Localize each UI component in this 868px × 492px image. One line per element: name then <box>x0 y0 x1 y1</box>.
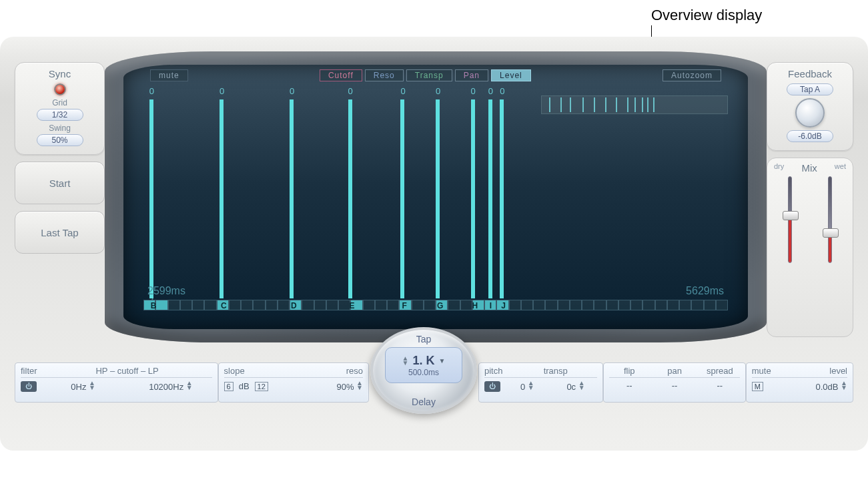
filter-lp-value[interactable]: 10200Hz ▲▼ <box>129 381 211 392</box>
tap-bar-E[interactable] <box>348 99 352 298</box>
grid-label: Grid <box>19 98 100 107</box>
display-tabs: mute Cutoff Reso Transp Pan Level Autozo… <box>150 69 721 82</box>
tap-bar-J[interactable] <box>500 99 504 298</box>
tab-cutoff[interactable]: Cutoff <box>320 69 362 81</box>
tap-value-F: 0 <box>400 86 405 96</box>
slope-label: slope <box>224 366 291 376</box>
tap-value-H: 0 <box>471 86 476 96</box>
start-button[interactable]: Start <box>15 162 105 204</box>
tap-letter-G[interactable]: G <box>437 301 443 310</box>
wet-slider[interactable] <box>828 176 832 263</box>
tap-bar-D[interactable] <box>290 99 294 298</box>
tap-area[interactable]: 000000000 <box>143 86 728 310</box>
tab-transp[interactable]: Transp <box>406 69 452 81</box>
slope-unit: dB <box>239 381 250 391</box>
tab-mute[interactable]: mute <box>150 69 188 81</box>
tap-letter-J[interactable]: J <box>501 301 506 310</box>
tap-letter-I[interactable]: I <box>490 301 492 310</box>
filter-label: filter <box>21 366 37 376</box>
tap-value-B: 0 <box>149 86 154 96</box>
tap-letter-E[interactable]: E <box>350 301 355 310</box>
filter-hp-value[interactable]: 0Hz ▲▼ <box>42 381 124 392</box>
tab-autozoom[interactable]: Autozoom <box>663 69 721 81</box>
tap-bar-F[interactable] <box>400 99 404 298</box>
sync-title: Sync <box>19 68 100 79</box>
hp-cutoff-lp-label: HP – cutoff – LP <box>43 366 212 376</box>
pitch-transp-group: pitch transp ⏻ 0 ▲▼ 0c ▲▼ <box>478 362 603 403</box>
tap-ruler[interactable] <box>143 300 728 310</box>
right-panel: Feedback Tap A -6.0dB dry Mix wet <box>767 57 853 337</box>
tap-value-J: 0 <box>500 86 504 96</box>
tap-value-C: 0 <box>220 86 224 96</box>
tap-stepper-icon[interactable]: ▲▼ <box>402 356 409 365</box>
tab-level[interactable]: Level <box>491 69 531 81</box>
filter-on-button[interactable]: ⏻ <box>21 381 37 392</box>
dry-slider[interactable] <box>788 176 792 263</box>
tap-letter-B[interactable]: B <box>151 301 157 310</box>
pitch-on-button[interactable]: ⏻ <box>484 381 500 392</box>
flip-pan-spread-group: flip pan spread -- -- -- <box>603 362 745 403</box>
tap-bar-H[interactable] <box>471 99 475 298</box>
slope-6[interactable]: 6 <box>224 382 234 391</box>
sync-panel: Sync Grid 1/32 Swing 50% <box>15 62 105 155</box>
grid-value[interactable]: 1/32 <box>37 109 83 121</box>
tap-selector-bottom-label: Delay <box>373 397 474 407</box>
callout-label: Overview display <box>651 7 762 24</box>
tap-parameter-bar: filter HP – cutoff – LP ⏻ 0Hz ▲▼ 10200Hz… <box>15 356 853 409</box>
delay-designer-plugin: Sync Grid 1/32 Swing 50% Start Last Tap … <box>0 37 868 451</box>
spread-value[interactable]: -- <box>700 381 740 391</box>
mix-panel: dry Mix wet <box>767 158 853 337</box>
mute-level-group: mute level M 0.0dB ▲▼ <box>746 362 853 403</box>
pitch-value[interactable]: 0 ▲▼ <box>506 381 549 392</box>
left-panel: Sync Grid 1/32 Swing 50% Start Last Tap <box>15 57 105 337</box>
reso-label: reso <box>296 366 363 376</box>
last-tap-button[interactable]: Last Tap <box>15 211 105 254</box>
pan-value[interactable]: -- <box>655 381 695 391</box>
tap-value-G: 0 <box>436 86 440 96</box>
mix-title: Mix <box>801 162 817 174</box>
tap-bar-C[interactable] <box>220 99 224 298</box>
mute-value[interactable]: M <box>752 382 763 391</box>
tap-bar-G[interactable] <box>436 99 440 298</box>
tab-pan[interactable]: Pan <box>455 69 488 81</box>
slope-reso-group: slope reso 6 dB 12 90% ▲▼ <box>218 362 369 403</box>
tap-letter-H[interactable]: H <box>472 301 478 310</box>
transp-value[interactable]: 0c ▲▼ <box>554 381 598 392</box>
feedback-tap[interactable]: Tap A <box>787 83 833 95</box>
pan-label: pan <box>655 366 695 376</box>
tap-letter-D[interactable]: D <box>291 301 297 310</box>
mute-label: mute <box>752 366 797 376</box>
feedback-value[interactable]: -6.0dB <box>787 130 833 142</box>
tap-value-E: 0 <box>348 86 353 96</box>
tap-selector[interactable]: Tap ▲▼ 1. K ▼ 500.0ms Delay <box>370 327 477 414</box>
sync-led[interactable] <box>54 83 66 95</box>
tap-letter-F[interactable]: F <box>402 301 406 310</box>
tab-reso[interactable]: Reso <box>365 69 404 81</box>
reso-value[interactable]: 90% ▲▼ <box>274 381 363 392</box>
wet-label: wet <box>835 162 846 174</box>
tap-display: mute Cutoff Reso Transp Pan Level Autozo… <box>110 57 761 337</box>
swing-value[interactable]: 50% <box>37 134 83 146</box>
feedback-knob[interactable] <box>795 98 825 128</box>
level-value[interactable]: 0.0dB ▲▼ <box>769 381 847 392</box>
tap-bars[interactable] <box>143 99 728 298</box>
pitch-label: pitch <box>484 366 538 376</box>
swing-label: Swing <box>19 124 100 133</box>
tap-selector-name[interactable]: 1. K <box>412 354 434 368</box>
tap-bar-I[interactable] <box>488 99 492 298</box>
spread-label: spread <box>700 366 740 376</box>
tap-value-I: 0 <box>488 86 493 96</box>
tap-bar-B[interactable] <box>149 99 153 298</box>
dropdown-icon[interactable]: ▼ <box>439 357 446 364</box>
dry-label: dry <box>774 162 784 174</box>
tap-selector-delay[interactable]: 500.0ms <box>408 368 439 377</box>
tap-selector-top-label: Tap <box>373 334 474 344</box>
time-end: 5629ms <box>686 285 724 297</box>
transp-label: transp <box>544 366 598 376</box>
tap-value-D: 0 <box>290 86 294 96</box>
flip-label: flip <box>609 366 649 376</box>
tap-letter-C[interactable]: C <box>221 301 227 310</box>
level-label: level <box>802 366 847 376</box>
flip-value[interactable]: -- <box>609 381 649 391</box>
slope-12[interactable]: 12 <box>255 382 268 391</box>
